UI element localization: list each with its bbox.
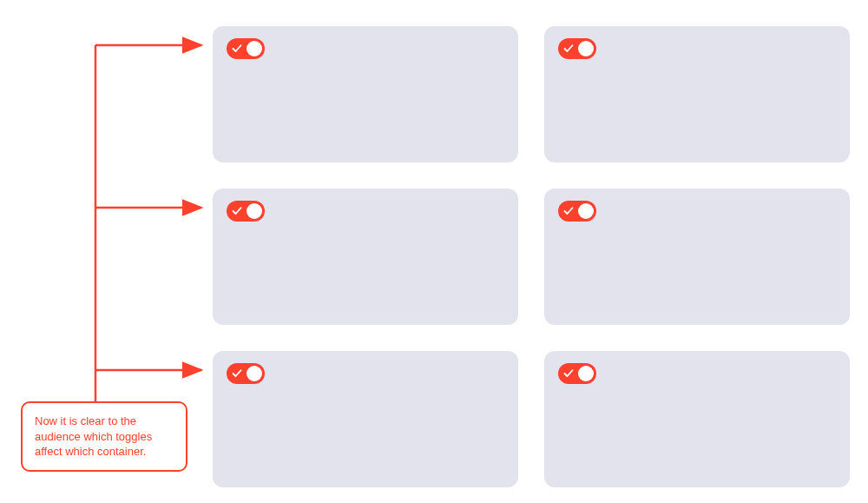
check-icon (562, 43, 575, 55)
check-icon (562, 205, 575, 217)
toggle-switch[interactable] (558, 38, 596, 59)
toggle-switch[interactable] (227, 201, 265, 222)
card-grid (213, 26, 850, 487)
toggle-knob (578, 366, 594, 381)
toggle-knob (247, 41, 262, 56)
annotation-callout: Now it is clear to the audience which to… (21, 401, 187, 472)
check-icon (231, 367, 243, 380)
toggle-knob (578, 203, 594, 219)
container-card (213, 26, 518, 162)
check-icon (562, 367, 575, 380)
toggle-knob (578, 41, 594, 56)
container-card (213, 189, 518, 325)
toggle-knob (247, 203, 262, 219)
check-icon (231, 205, 243, 217)
toggle-switch[interactable] (558, 201, 596, 222)
check-icon (231, 43, 243, 55)
toggle-knob (247, 366, 262, 381)
container-card (544, 26, 850, 162)
container-card (544, 189, 850, 325)
container-card (213, 351, 518, 487)
toggle-switch[interactable] (558, 363, 596, 384)
container-card (544, 351, 850, 487)
toggle-switch[interactable] (227, 38, 265, 59)
annotation-text: Now it is clear to the audience which to… (35, 414, 174, 460)
toggle-switch[interactable] (227, 363, 265, 384)
